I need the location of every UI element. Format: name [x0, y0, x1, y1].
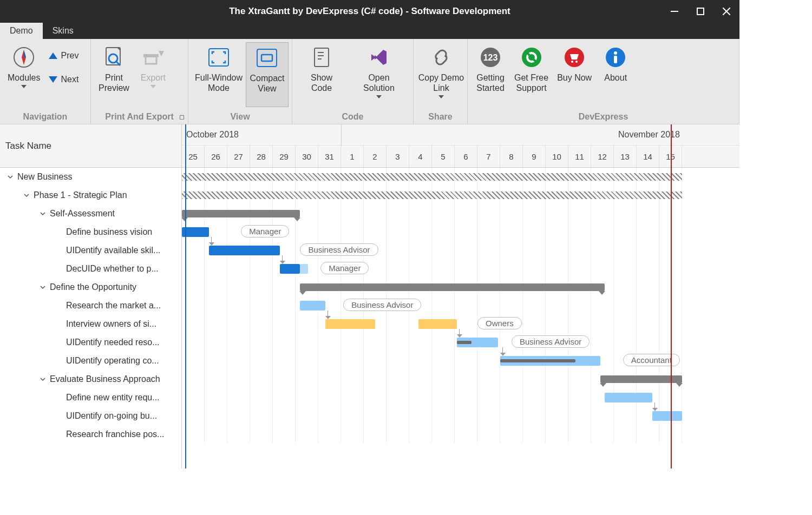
task-row[interactable]: Define the Opportunity [0, 278, 181, 296]
gantt-bar[interactable] [605, 393, 652, 402]
gantt-bar[interactable] [209, 246, 279, 255]
next-button[interactable]: Next [44, 72, 83, 87]
about-button[interactable]: About [596, 42, 635, 107]
ribbon-group-print-export: Print Preview Export Print And Export◻ [91, 39, 188, 124]
group-label-view: View [188, 110, 292, 124]
menu-bar: Demo Skins [0, 23, 739, 39]
task-row[interactable]: Phase 1 - Strategic Plan [0, 186, 181, 204]
svg-marker-11 [159, 51, 164, 56]
ribbon: Modules Prev Next Navigation Print Previ… [0, 39, 739, 124]
gantt-bar[interactable] [280, 264, 300, 274]
ribbon-group-navigation: Modules Prev Next Navigation [0, 39, 91, 124]
assignee-pill: Business Advisor [512, 335, 590, 348]
dialog-launcher-icon[interactable]: ◻ [179, 113, 185, 121]
gantt-bar[interactable] [182, 210, 300, 217]
full-window-mode-button[interactable]: Full-Window Mode [192, 42, 246, 107]
print-preview-button[interactable]: Print Preview [94, 42, 134, 107]
task-row[interactable]: UIDentify available skil... [0, 241, 181, 260]
task-row[interactable]: Research franchise pos... [0, 425, 181, 444]
ribbon-group-share: Copy Demo Link Share [414, 39, 468, 124]
gantt-bar[interactable] [182, 173, 682, 181]
task-name-header[interactable]: Task Name [0, 124, 181, 168]
buy-now-button[interactable]: Buy Now [553, 42, 596, 107]
minimize-button[interactable] [662, 0, 687, 23]
close-button[interactable] [713, 0, 739, 23]
getting-started-icon: 123 [480, 47, 501, 68]
gantt-bar[interactable] [418, 319, 457, 329]
chevron-down-icon[interactable] [39, 375, 47, 383]
task-row[interactable]: New Business [0, 168, 181, 186]
gantt-grid [182, 168, 739, 444]
task-name-label: Self-Assessment [50, 209, 115, 219]
day-header: 12 [591, 146, 614, 167]
task-row[interactable]: Interview owners of si... [0, 315, 181, 333]
export-icon [142, 47, 164, 68]
group-label-code: Code [292, 110, 413, 124]
task-name-label: Research the market a... [66, 301, 161, 311]
task-row[interactable]: Define business vision [0, 223, 181, 241]
chevron-down-icon[interactable] [39, 210, 47, 217]
window-controls [662, 0, 739, 23]
gantt-bar[interactable] [300, 301, 325, 311]
task-list: New BusinessPhase 1 - Strategic PlanSelf… [0, 168, 181, 468]
day-header: 30 [296, 146, 318, 167]
gantt-bar[interactable] [600, 375, 682, 383]
compact-view-icon [256, 47, 278, 69]
gantt-area[interactable]: October 2018November 2018 25262728293031… [182, 124, 739, 468]
chevron-down-icon [376, 95, 382, 98]
svg-point-8 [109, 54, 117, 63]
compact-view-button[interactable]: Compact View [246, 42, 289, 107]
gantt-body[interactable]: ManagerBusiness AdvisorManagerBusiness A… [182, 168, 739, 444]
day-header: 28 [250, 146, 273, 167]
day-header: 31 [318, 146, 341, 167]
gantt-bar[interactable] [300, 283, 605, 291]
svg-marker-6 [24, 50, 26, 57]
getting-started-button[interactable]: 123 Getting Started [471, 42, 510, 107]
open-solution-button[interactable]: Open Solution [348, 42, 410, 107]
task-row[interactable]: Evaluate Business Approach [0, 370, 181, 388]
day-header: 26 [205, 146, 227, 167]
prev-button[interactable]: Prev [44, 49, 83, 63]
svg-rect-1 [697, 8, 704, 15]
visual-studio-icon [368, 47, 390, 68]
day-header: 14 [637, 146, 659, 167]
task-row[interactable]: Research the market a... [0, 296, 181, 315]
chevron-down-icon[interactable] [39, 283, 47, 291]
show-code-button[interactable]: Show Code [296, 42, 348, 107]
task-name-label: Define business vision [66, 227, 152, 237]
task-row[interactable]: DecUIDe whether to p... [0, 260, 181, 278]
day-header: 13 [614, 146, 637, 167]
menu-tab-skins[interactable]: Skins [43, 23, 83, 39]
day-header: 8 [500, 146, 523, 167]
task-row[interactable]: UIDentify operating co... [0, 352, 181, 370]
gantt-bar[interactable] [182, 192, 682, 199]
task-row[interactable]: UIDentify needed reso... [0, 333, 181, 352]
triangle-up-icon [49, 52, 57, 59]
svg-rect-15 [315, 48, 329, 67]
export-button[interactable]: Export [134, 42, 173, 107]
day-header: 5 [432, 146, 455, 167]
chevron-down-icon[interactable] [6, 173, 14, 181]
maximize-button[interactable] [687, 0, 713, 23]
copy-demo-link-button[interactable]: Copy Demo Link [417, 42, 466, 107]
gantt-bar[interactable] [652, 411, 682, 421]
svg-rect-14 [261, 55, 272, 61]
window-title: The XtraGantt by DevExpress (C# code) - … [229, 6, 510, 17]
modules-button[interactable]: Modules [3, 42, 44, 107]
task-row[interactable]: Self-Assessment [0, 204, 181, 223]
show-code-label: Show Code [300, 72, 343, 93]
task-row[interactable]: Define new entity requ... [0, 388, 181, 407]
chevron-down-icon[interactable] [23, 192, 30, 199]
gantt-bar[interactable] [325, 319, 375, 329]
task-row[interactable]: UIDentify on-going bu... [0, 407, 181, 425]
full-window-label: Full-Window Mode [195, 72, 243, 93]
menu-tab-demo[interactable]: Demo [0, 23, 43, 39]
task-name-label: Research franchise pos... [66, 430, 164, 439]
svg-rect-0 [671, 11, 678, 12]
get-free-support-button[interactable]: Get Free Support [510, 42, 553, 107]
content-area: Task Name New BusinessPhase 1 - Strategi… [0, 124, 739, 468]
task-name-label: UIDentify needed reso... [66, 338, 160, 347]
task-name-column: Task Name New BusinessPhase 1 - Strategi… [0, 124, 182, 468]
gantt-progress [500, 359, 575, 362]
task-name-label: UIDentify available skil... [66, 246, 160, 255]
